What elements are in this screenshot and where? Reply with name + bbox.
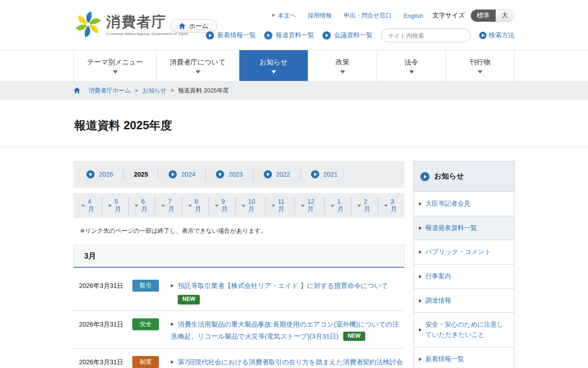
sidebar-item[interactable]: 報道発表資料一覧 bbox=[414, 216, 514, 240]
search-input[interactable] bbox=[381, 29, 470, 42]
breadcrumb-item[interactable]: 消費者庁ホーム bbox=[85, 86, 131, 95]
sidebar: お知らせ 大臣等記者会見 報道発表資料一覧 パブリック・コメント bbox=[413, 161, 514, 368]
press-release-row: 2026年3月31日 取引 預託等取引業者【株式会社リア・エイド 】に対する措置… bbox=[74, 272, 404, 311]
nav-menu-item[interactable]: 消費者庁について bbox=[156, 50, 239, 81]
sidebar-item[interactable]: 大臣等記者会見 bbox=[414, 191, 514, 216]
main-content: 2026 2025 2024 2023 bbox=[74, 161, 404, 368]
month-link[interactable]: 10月 bbox=[236, 196, 266, 215]
utility-link[interactable]: English bbox=[401, 12, 423, 19]
new-badge: NEW bbox=[178, 295, 200, 305]
month-link[interactable]: 5月 bbox=[102, 196, 129, 215]
release-date: 2026年3月31日 bbox=[79, 318, 130, 330]
sidebar-title: お知らせ bbox=[434, 172, 464, 181]
year-tab-label: 2023 bbox=[228, 171, 243, 178]
triangle-down-icon bbox=[384, 205, 388, 207]
month-link[interactable]: 6月 bbox=[129, 196, 155, 215]
sidebar-item[interactable]: 安全・安心のために注意していただきたいこと bbox=[414, 312, 514, 346]
sidebar-item-label: 行事案内 bbox=[425, 271, 451, 282]
year-tab[interactable]: 2021 bbox=[301, 168, 348, 180]
utility-link[interactable]: 申出・問合せ窓口 bbox=[341, 12, 391, 20]
month-link[interactable]: 8月 bbox=[182, 196, 209, 215]
release-body: 第7回現代社会における消費者取引の在り方を踏まえた消費者契約法検討会ワーキンググ… bbox=[171, 356, 404, 368]
triangle-right-icon bbox=[419, 357, 422, 361]
font-size-option[interactable]: 大 bbox=[496, 10, 514, 22]
triangle-marker-icon bbox=[271, 14, 275, 17]
sidebar-item[interactable]: 新着情報一覧 bbox=[414, 347, 514, 368]
category-badge: 制度 bbox=[132, 356, 159, 368]
nav-menu-item[interactable]: 政策 bbox=[308, 50, 377, 81]
month-link[interactable]: 1月 bbox=[325, 196, 351, 215]
utility-links-row: 本文へ 採用情報 申出・問合せ窓口 English bbox=[271, 9, 514, 22]
month-link[interactable]: 12月 bbox=[295, 196, 325, 215]
font-size-option[interactable]: 標準 bbox=[471, 10, 496, 22]
sidebar-item-label: 調達情報 bbox=[425, 296, 451, 306]
arrow-circle-icon bbox=[311, 170, 319, 178]
chevron-down-icon bbox=[113, 70, 118, 74]
utility-link[interactable]: 採用情報 bbox=[305, 12, 332, 20]
month-link[interactable]: 3月 bbox=[378, 196, 404, 215]
month-link-label: 4月 bbox=[88, 198, 96, 213]
year-tab[interactable]: 2024 bbox=[158, 168, 206, 180]
nav-menu-item[interactable]: 法令 bbox=[377, 50, 446, 81]
month-link-label: 6月 bbox=[141, 198, 149, 213]
release-link[interactable]: 第7回現代社会における消費者取引の在り方を踏まえた消費者契約法検討会ワーキンググ… bbox=[171, 358, 403, 368]
sidebar-item[interactable]: 行事案内 bbox=[414, 264, 514, 288]
year-tab[interactable]: 2026 bbox=[76, 168, 124, 180]
utility-link-label: 申出・問合せ窓口 bbox=[344, 12, 391, 20]
arrow-circle-icon bbox=[264, 31, 272, 40]
breadcrumb-item[interactable]: > お知らせ bbox=[135, 86, 167, 95]
triangle-down-icon bbox=[357, 205, 361, 207]
breadcrumb-label: 報道資料 2025年度 bbox=[178, 86, 229, 95]
nav-menu-item[interactable]: お知らせ bbox=[239, 50, 308, 81]
breadcrumb-item[interactable]: > 報道資料 2025年度 bbox=[171, 86, 229, 95]
sidebar-item[interactable]: パブリック・コメント bbox=[414, 240, 514, 264]
font-size-label: 文字サイズ bbox=[432, 12, 465, 20]
search-help-link[interactable]: 検索方法 bbox=[479, 31, 514, 40]
year-tab-label: 2025 bbox=[134, 171, 148, 178]
quick-link[interactable]: 新着情報一覧 bbox=[206, 31, 256, 40]
month-link[interactable]: 4月 bbox=[75, 196, 102, 215]
nav-menu-item[interactable]: テーマ別メニュー bbox=[74, 50, 156, 81]
quick-link[interactable]: 会議資料一覧 bbox=[322, 31, 373, 40]
nav-menu-label: 消費者庁について bbox=[170, 58, 226, 67]
year-tab[interactable]: 2023 bbox=[206, 168, 253, 180]
sidebar-item-label: 大臣等記者会見 bbox=[425, 199, 470, 209]
nav-menu-label: お知らせ bbox=[260, 58, 288, 67]
utility-link-label: 本文へ bbox=[278, 12, 296, 20]
sidebar-item-label: 新着情報一覧 bbox=[425, 354, 464, 364]
year-tab[interactable]: 2025 bbox=[124, 169, 158, 180]
month-link-label: 9月 bbox=[221, 198, 229, 213]
utility-link[interactable]: 本文へ bbox=[271, 12, 296, 20]
home-icon[interactable] bbox=[74, 87, 80, 94]
month-link[interactable]: 11月 bbox=[266, 196, 295, 215]
breadcrumb-bar: 消費者庁ホーム > お知らせ > 報道資料 2025年度 bbox=[0, 81, 588, 100]
nav-menu-label: テーマ別メニュー bbox=[87, 58, 143, 67]
arrow-circle-icon bbox=[216, 170, 224, 178]
search-button[interactable]: 検索 bbox=[470, 29, 471, 42]
year-tab-label: 2024 bbox=[181, 171, 195, 178]
month-link-label: 1月 bbox=[337, 198, 345, 213]
month-link[interactable]: 9月 bbox=[209, 196, 236, 215]
new-badge: NEW bbox=[343, 332, 365, 341]
triangle-right-icon bbox=[171, 284, 174, 288]
site-header: 消費者庁 Consumer Affairs Agency, Government… bbox=[0, 0, 588, 50]
release-body: 消費生活用製品の重大製品事故:長期使用のエアコン(室外機)についての注意喚起、リ… bbox=[171, 318, 404, 342]
triangle-right-icon bbox=[419, 299, 422, 303]
month-link-label: 11月 bbox=[278, 198, 288, 213]
month-link-label: 2月 bbox=[364, 198, 372, 213]
nav-menu-item[interactable]: 刊行物 bbox=[446, 50, 514, 81]
nav-menu-label: 法令 bbox=[405, 58, 418, 67]
sidebar-header[interactable]: お知らせ bbox=[414, 161, 514, 191]
release-link[interactable]: 預託等取引業者【株式会社リア・エイド 】に対する措置命令について bbox=[178, 282, 388, 289]
quick-link[interactable]: 報道資料一覧 bbox=[264, 31, 314, 40]
triangle-down-icon bbox=[215, 205, 219, 207]
breadcrumb-label: 消費者庁ホーム bbox=[89, 86, 131, 95]
month-link[interactable]: 7月 bbox=[155, 196, 182, 215]
triangle-down-icon bbox=[271, 205, 275, 207]
release-date: 2026年3月31日 bbox=[79, 280, 130, 292]
year-tab[interactable]: 2022 bbox=[254, 168, 301, 180]
triangle-down-icon bbox=[108, 205, 112, 207]
month-link-label: 7月 bbox=[168, 198, 175, 213]
sidebar-item[interactable]: 調達情報 bbox=[414, 288, 514, 313]
month-link[interactable]: 2月 bbox=[351, 196, 378, 215]
